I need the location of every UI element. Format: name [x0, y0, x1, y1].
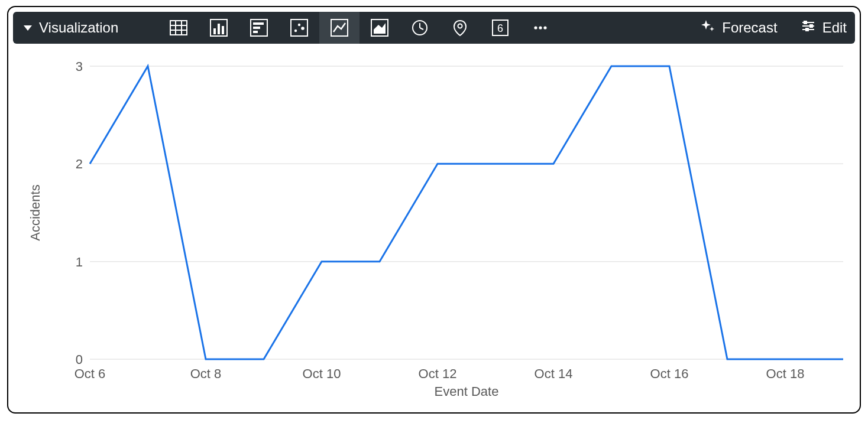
- timeline-icon: [411, 19, 429, 37]
- y-tick-label: 2: [76, 157, 83, 171]
- area-chart-icon: [371, 19, 388, 37]
- svg-rect-13: [253, 31, 258, 33]
- svg-marker-30: [701, 20, 711, 30]
- edit-button[interactable]: Edit: [801, 19, 847, 37]
- x-axis-title: Event Date: [435, 384, 499, 399]
- svg-rect-1: [170, 21, 187, 35]
- viz-type-map[interactable]: [440, 12, 480, 44]
- forecast-button[interactable]: Forecast: [701, 19, 777, 37]
- svg-point-16: [298, 24, 300, 26]
- svg-point-29: [544, 26, 547, 29]
- viz-type-single-value[interactable]: 6: [480, 12, 520, 44]
- svg-marker-31: [710, 27, 714, 31]
- viz-type-bar[interactable]: [239, 12, 279, 44]
- viz-type-scatter[interactable]: [279, 12, 319, 44]
- viz-type-more[interactable]: [520, 12, 561, 44]
- svg-line-23: [420, 28, 423, 30]
- y-axis-title: Accidents: [28, 184, 43, 240]
- svg-point-24: [458, 24, 462, 28]
- y-tick-label: 1: [76, 255, 83, 269]
- table-icon: [170, 19, 187, 37]
- forecast-label: Forecast: [722, 19, 777, 36]
- bar-chart-icon: [250, 19, 268, 37]
- svg-rect-8: [218, 24, 220, 34]
- svg-marker-20: [374, 23, 386, 34]
- panel: Visualization: [7, 6, 861, 414]
- svg-point-28: [539, 26, 542, 29]
- svg-rect-14: [291, 19, 307, 36]
- svg-rect-12: [253, 27, 260, 29]
- viz-type-area[interactable]: [359, 12, 400, 44]
- viz-type-line[interactable]: [319, 12, 359, 44]
- svg-rect-36: [810, 25, 812, 27]
- column-chart-icon: [210, 19, 228, 37]
- visualization-toggle[interactable]: Visualization: [19, 19, 123, 36]
- svg-point-27: [535, 26, 537, 29]
- x-tick-label: Oct 8: [190, 366, 222, 381]
- svg-rect-35: [804, 21, 807, 24]
- svg-text:6: 6: [497, 22, 503, 34]
- x-tick-label: Oct 6: [75, 366, 106, 381]
- more-icon: [532, 19, 549, 37]
- edit-label: Edit: [822, 19, 847, 36]
- svg-point-17: [302, 27, 305, 30]
- svg-point-15: [294, 30, 297, 32]
- x-tick-label: Oct 12: [419, 366, 457, 381]
- viz-type-strip: 6: [158, 12, 561, 44]
- line-chart-svg: 0123Oct 6Oct 8Oct 10Oct 12Oct 14Oct 16Oc…: [13, 48, 855, 406]
- svg-rect-9: [222, 26, 224, 34]
- chart-area: 0123Oct 6Oct 8Oct 10Oct 12Oct 14Oct 16Oc…: [13, 48, 855, 406]
- y-tick-label: 3: [76, 59, 83, 74]
- x-tick-label: Oct 16: [650, 366, 689, 381]
- svg-marker-0: [24, 25, 32, 31]
- viz-type-column[interactable]: [199, 12, 239, 44]
- x-tick-label: Oct 14: [535, 366, 573, 381]
- visualization-title: Visualization: [39, 19, 118, 36]
- line-chart-icon: [331, 19, 348, 37]
- sparkle-icon: [701, 19, 715, 37]
- sliders-icon: [801, 19, 815, 37]
- caret-down-icon: [24, 24, 32, 32]
- x-tick-label: Oct 10: [303, 366, 341, 381]
- single-value-icon: 6: [491, 19, 509, 37]
- visualization-toolbar: Visualization: [13, 12, 855, 44]
- toolbar-right: Forecast Edit: [701, 19, 847, 37]
- data-line: [90, 66, 843, 359]
- map-pin-icon: [451, 19, 469, 37]
- svg-rect-7: [213, 28, 216, 34]
- x-tick-label: Oct 18: [766, 366, 805, 381]
- svg-rect-37: [806, 28, 808, 31]
- viz-type-timeline[interactable]: [400, 12, 440, 44]
- y-tick-label: 0: [76, 352, 83, 367]
- svg-rect-11: [253, 22, 264, 25]
- viz-type-table[interactable]: [158, 12, 199, 44]
- scatter-chart-icon: [290, 19, 308, 37]
